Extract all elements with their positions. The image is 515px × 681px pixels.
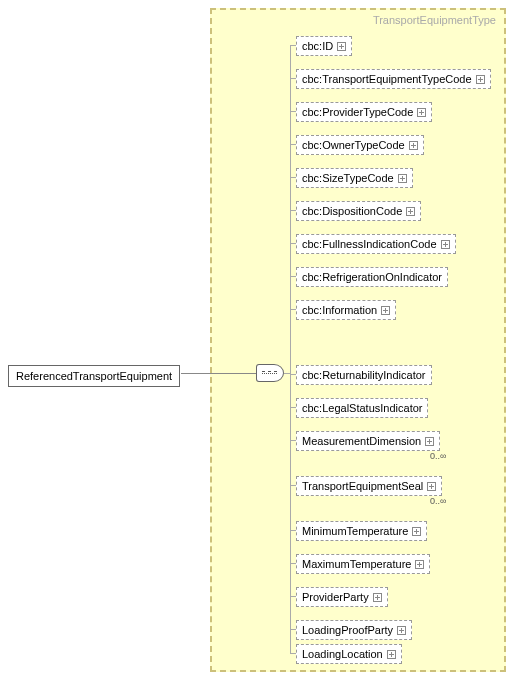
child-label: MinimumTemperature [302, 525, 408, 537]
connector-branch [290, 530, 296, 531]
child-label: cbc:ReturnabilityIndicator [302, 369, 426, 381]
child-label: MaximumTemperature [302, 558, 411, 570]
connector-branch [290, 653, 296, 654]
child-label: cbc:FullnessIndicationCode [302, 238, 437, 250]
child-element[interactable]: cbc:TransportEquipmentTypeCode [296, 69, 491, 89]
connector-branch [290, 407, 296, 408]
child-label: MeasurementDimension [302, 435, 421, 447]
expand-icon[interactable] [415, 560, 424, 569]
child-element[interactable]: MinimumTemperature [296, 521, 427, 541]
connector-branch [290, 78, 296, 79]
expand-icon[interactable] [381, 306, 390, 315]
connector-branch [290, 276, 296, 277]
child-label: ProviderParty [302, 591, 369, 603]
connector-branch [290, 210, 296, 211]
expand-icon[interactable] [373, 593, 382, 602]
child-label: cbc:SizeTypeCode [302, 172, 394, 184]
child-label: cbc:OwnerTypeCode [302, 139, 405, 151]
sequence-icon[interactable] [256, 364, 284, 382]
connector-branch [290, 440, 296, 441]
child-element[interactable]: cbc:RefrigerationOnIndicator [296, 267, 448, 287]
expand-icon[interactable] [397, 626, 406, 635]
child-element[interactable]: cbc:FullnessIndicationCode [296, 234, 456, 254]
connector-branch [290, 629, 296, 630]
expand-icon[interactable] [406, 207, 415, 216]
child-label: cbc:TransportEquipmentTypeCode [302, 73, 472, 85]
child-element[interactable]: LoadingLocation [296, 644, 402, 664]
child-label: LoadingProofParty [302, 624, 393, 636]
connector-branch [290, 111, 296, 112]
child-element[interactable]: cbc:ReturnabilityIndicator [296, 365, 432, 385]
connector-branch [290, 374, 296, 375]
connector-branch [290, 563, 296, 564]
child-element[interactable]: cbc:ID [296, 36, 352, 56]
expand-icon[interactable] [425, 437, 434, 446]
child-element[interactable]: cbc:OwnerTypeCode [296, 135, 424, 155]
child-element[interactable]: MaximumTemperature [296, 554, 430, 574]
child-element[interactable]: cbc:Information [296, 300, 396, 320]
child-label: cbc:ID [302, 40, 333, 52]
child-element[interactable]: cbc:LegalStatusIndicator [296, 398, 428, 418]
group-title: TransportEquipmentType [373, 14, 496, 26]
connector-branch [290, 485, 296, 486]
child-label: cbc:DispositionCode [302, 205, 402, 217]
connector-branch [290, 45, 296, 46]
connector-branch [290, 177, 296, 178]
connector-branch [290, 144, 296, 145]
child-label: LoadingLocation [302, 648, 383, 660]
expand-icon[interactable] [387, 650, 396, 659]
expand-icon[interactable] [409, 141, 418, 150]
child-element[interactable]: ProviderParty [296, 587, 388, 607]
child-label: cbc:LegalStatusIndicator [302, 402, 422, 414]
expand-icon[interactable] [398, 174, 407, 183]
child-element[interactable]: cbc:SizeTypeCode [296, 168, 413, 188]
cardinality-label: 0..∞ [430, 451, 446, 461]
connector [181, 373, 256, 374]
root-element[interactable]: ReferencedTransportEquipment [8, 365, 180, 387]
expand-icon[interactable] [337, 42, 346, 51]
child-label: cbc:Information [302, 304, 377, 316]
expand-icon[interactable] [427, 482, 436, 491]
child-element[interactable]: cbc:DispositionCode [296, 201, 421, 221]
connector-trunk [290, 45, 291, 653]
expand-icon[interactable] [412, 527, 421, 536]
child-label: cbc:RefrigerationOnIndicator [302, 271, 442, 283]
connector-branch [290, 243, 296, 244]
child-element[interactable]: MeasurementDimension [296, 431, 440, 451]
child-label: cbc:ProviderTypeCode [302, 106, 413, 118]
connector-branch [290, 309, 296, 310]
expand-icon[interactable] [417, 108, 426, 117]
expand-icon[interactable] [441, 240, 450, 249]
child-element[interactable]: TransportEquipmentSeal [296, 476, 442, 496]
connector-branch [290, 596, 296, 597]
child-label: TransportEquipmentSeal [302, 480, 423, 492]
child-element[interactable]: cbc:ProviderTypeCode [296, 102, 432, 122]
cardinality-label: 0..∞ [430, 496, 446, 506]
expand-icon[interactable] [476, 75, 485, 84]
root-label: ReferencedTransportEquipment [16, 370, 172, 382]
child-element[interactable]: LoadingProofParty [296, 620, 412, 640]
